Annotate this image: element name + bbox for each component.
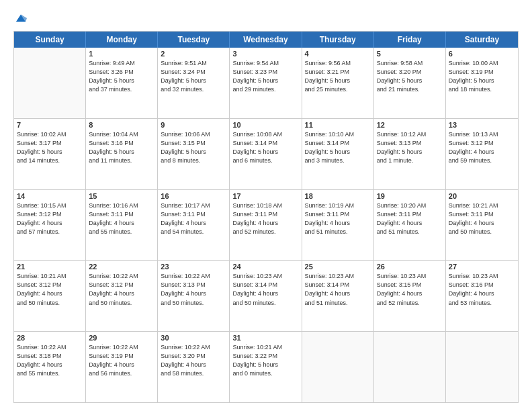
day-cell-18: 18Sunrise: 10:19 AM Sunset: 3:11 PM Dayl…: [302, 190, 374, 261]
day-info: Sunrise: 10:23 AM Sunset: 3:14 PM Daylig…: [305, 272, 371, 307]
day-cell-20: 20Sunrise: 10:21 AM Sunset: 3:11 PM Dayl…: [446, 190, 518, 261]
day-cell-12: 12Sunrise: 10:12 AM Sunset: 3:13 PM Dayl…: [374, 119, 446, 189]
day-number: 12: [377, 121, 443, 129]
day-number: 23: [161, 263, 226, 271]
day-info: Sunrise: 10:22 AM Sunset: 3:20 PM Daylig…: [161, 343, 226, 378]
calendar-header: SundayMondayTuesdayWednesdayThursdayFrid…: [14, 32, 518, 48]
day-number: 25: [305, 263, 371, 271]
day-number: 11: [305, 121, 371, 129]
day-cell-empty-4-6: [446, 332, 518, 402]
weekday-header-saturday: Saturday: [446, 32, 518, 48]
day-info: Sunrise: 10:22 AM Sunset: 3:18 PM Daylig…: [17, 343, 83, 378]
day-info: Sunrise: 9:54 AM Sunset: 3:23 PM Dayligh…: [232, 59, 298, 94]
day-info: Sunrise: 10:16 AM Sunset: 3:11 PM Daylig…: [89, 201, 154, 236]
day-number: 22: [89, 263, 154, 271]
day-info: Sunrise: 10:17 AM Sunset: 3:11 PM Daylig…: [161, 201, 226, 236]
calendar: SundayMondayTuesdayWednesdayThursdayFrid…: [13, 31, 519, 403]
day-number: 15: [89, 192, 154, 200]
day-cell-empty-4-4: [302, 332, 374, 402]
day-info: Sunrise: 10:23 AM Sunset: 3:15 PM Daylig…: [377, 272, 443, 307]
day-info: Sunrise: 10:15 AM Sunset: 3:12 PM Daylig…: [17, 201, 83, 236]
day-cell-30: 30Sunrise: 10:22 AM Sunset: 3:20 PM Dayl…: [158, 332, 230, 402]
day-number: 27: [449, 263, 515, 271]
logo: [13, 12, 27, 24]
day-info: Sunrise: 10:02 AM Sunset: 3:17 PM Daylig…: [17, 130, 83, 165]
day-cell-13: 13Sunrise: 10:13 AM Sunset: 3:12 PM Dayl…: [446, 119, 518, 189]
day-number: 18: [305, 192, 371, 200]
week-row-2: 7Sunrise: 10:02 AM Sunset: 3:17 PM Dayli…: [14, 119, 518, 190]
weekday-header-sunday: Sunday: [14, 32, 86, 48]
day-number: 17: [232, 192, 298, 200]
day-cell-2: 2Sunrise: 9:51 AM Sunset: 3:24 PM Daylig…: [158, 48, 230, 118]
calendar-body: 1Sunrise: 9:49 AM Sunset: 3:26 PM Daylig…: [14, 48, 518, 402]
day-cell-21: 21Sunrise: 10:21 AM Sunset: 3:12 PM Dayl…: [14, 261, 86, 331]
day-info: Sunrise: 10:21 AM Sunset: 3:12 PM Daylig…: [17, 272, 83, 307]
day-info: Sunrise: 9:51 AM Sunset: 3:24 PM Dayligh…: [161, 59, 226, 94]
day-number: 16: [161, 192, 226, 200]
day-info: Sunrise: 10:06 AM Sunset: 3:15 PM Daylig…: [161, 130, 226, 165]
day-cell-4: 4Sunrise: 9:56 AM Sunset: 3:21 PM Daylig…: [302, 48, 374, 118]
day-number: 19: [377, 192, 443, 200]
day-number: 7: [17, 121, 83, 129]
day-number: 29: [89, 334, 154, 342]
day-info: Sunrise: 10:08 AM Sunset: 3:14 PM Daylig…: [232, 130, 298, 165]
day-cell-27: 27Sunrise: 10:23 AM Sunset: 3:16 PM Dayl…: [446, 261, 518, 331]
weekday-header-friday: Friday: [374, 32, 446, 48]
day-cell-19: 19Sunrise: 10:20 AM Sunset: 3:11 PM Dayl…: [374, 190, 446, 261]
day-cell-9: 9Sunrise: 10:06 AM Sunset: 3:15 PM Dayli…: [158, 119, 230, 189]
day-info: Sunrise: 10:22 AM Sunset: 3:12 PM Daylig…: [89, 272, 154, 307]
day-cell-25: 25Sunrise: 10:23 AM Sunset: 3:14 PM Dayl…: [302, 261, 374, 331]
day-info: Sunrise: 9:58 AM Sunset: 3:20 PM Dayligh…: [377, 59, 443, 94]
day-number: 31: [232, 334, 298, 342]
day-number: 4: [305, 50, 371, 58]
day-info: Sunrise: 10:23 AM Sunset: 3:16 PM Daylig…: [449, 272, 515, 307]
day-info: Sunrise: 10:22 AM Sunset: 3:13 PM Daylig…: [161, 272, 226, 307]
day-cell-31: 31Sunrise: 10:21 AM Sunset: 3:22 PM Dayl…: [230, 332, 302, 402]
day-cell-14: 14Sunrise: 10:15 AM Sunset: 3:12 PM Dayl…: [14, 190, 86, 261]
day-info: Sunrise: 10:18 AM Sunset: 3:11 PM Daylig…: [232, 201, 298, 236]
weekday-header-wednesday: Wednesday: [230, 32, 302, 48]
day-number: 13: [449, 121, 515, 129]
day-cell-6: 6Sunrise: 10:00 AM Sunset: 3:19 PM Dayli…: [446, 48, 518, 118]
logo-icon: [15, 12, 27, 24]
day-cell-5: 5Sunrise: 9:58 AM Sunset: 3:20 PM Daylig…: [374, 48, 446, 118]
day-info: Sunrise: 10:23 AM Sunset: 3:14 PM Daylig…: [232, 272, 298, 307]
week-row-3: 14Sunrise: 10:15 AM Sunset: 3:12 PM Dayl…: [14, 190, 518, 261]
day-number: 8: [89, 121, 154, 129]
day-cell-28: 28Sunrise: 10:22 AM Sunset: 3:18 PM Dayl…: [14, 332, 86, 402]
day-number: 1: [89, 50, 154, 58]
day-cell-8: 8Sunrise: 10:04 AM Sunset: 3:16 PM Dayli…: [86, 119, 158, 189]
day-info: Sunrise: 10:19 AM Sunset: 3:11 PM Daylig…: [305, 201, 371, 236]
weekday-header-tuesday: Tuesday: [158, 32, 230, 48]
day-cell-16: 16Sunrise: 10:17 AM Sunset: 3:11 PM Dayl…: [158, 190, 230, 261]
weekday-header-monday: Monday: [86, 32, 158, 48]
day-cell-15: 15Sunrise: 10:16 AM Sunset: 3:11 PM Dayl…: [86, 190, 158, 261]
weekday-header-thursday: Thursday: [302, 32, 374, 48]
day-cell-1: 1Sunrise: 9:49 AM Sunset: 3:26 PM Daylig…: [86, 48, 158, 118]
day-cell-24: 24Sunrise: 10:23 AM Sunset: 3:14 PM Dayl…: [230, 261, 302, 331]
day-info: Sunrise: 9:56 AM Sunset: 3:21 PM Dayligh…: [305, 59, 371, 94]
day-info: Sunrise: 10:00 AM Sunset: 3:19 PM Daylig…: [449, 59, 515, 94]
day-number: 24: [232, 263, 298, 271]
day-number: 2: [161, 50, 226, 58]
day-number: 3: [232, 50, 298, 58]
day-info: Sunrise: 9:49 AM Sunset: 3:26 PM Dayligh…: [89, 59, 154, 94]
day-cell-17: 17Sunrise: 10:18 AM Sunset: 3:11 PM Dayl…: [230, 190, 302, 261]
week-row-4: 21Sunrise: 10:21 AM Sunset: 3:12 PM Dayl…: [14, 261, 518, 332]
day-cell-empty-4-5: [374, 332, 446, 402]
day-number: 20: [449, 192, 515, 200]
day-number: 10: [232, 121, 298, 129]
day-info: Sunrise: 10:21 AM Sunset: 3:22 PM Daylig…: [232, 343, 298, 378]
day-info: Sunrise: 10:21 AM Sunset: 3:11 PM Daylig…: [449, 201, 515, 236]
day-number: 6: [449, 50, 515, 58]
day-info: Sunrise: 10:22 AM Sunset: 3:19 PM Daylig…: [89, 343, 154, 378]
day-number: 26: [377, 263, 443, 271]
day-info: Sunrise: 10:20 AM Sunset: 3:11 PM Daylig…: [377, 201, 443, 236]
day-number: 28: [17, 334, 83, 342]
day-number: 30: [161, 334, 226, 342]
day-info: Sunrise: 10:13 AM Sunset: 3:12 PM Daylig…: [449, 130, 515, 165]
day-number: 9: [161, 121, 226, 129]
day-cell-23: 23Sunrise: 10:22 AM Sunset: 3:13 PM Dayl…: [158, 261, 230, 331]
day-cell-22: 22Sunrise: 10:22 AM Sunset: 3:12 PM Dayl…: [86, 261, 158, 331]
day-info: Sunrise: 10:10 AM Sunset: 3:14 PM Daylig…: [305, 130, 371, 165]
